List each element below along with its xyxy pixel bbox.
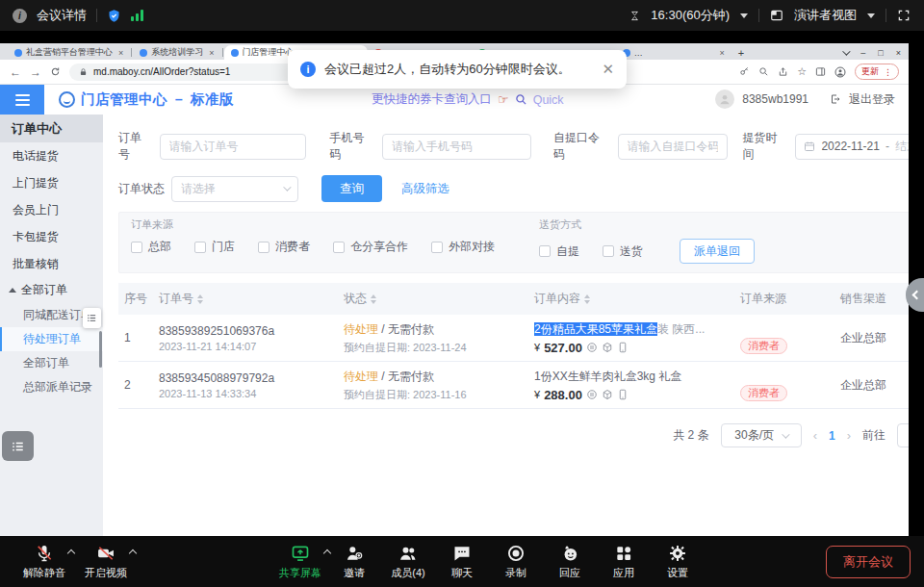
shield-security-icon[interactable] — [107, 9, 121, 23]
col-header-content[interactable]: 订单内容 — [528, 283, 734, 315]
checkbox-icon[interactable] — [333, 242, 345, 253]
user-avatar[interactable] — [715, 89, 734, 109]
coupon-query-link[interactable]: 更快捷的券卡查询入口 — [372, 91, 492, 108]
sidebar-item-pending-orders[interactable]: 待处理订单 — [0, 327, 103, 351]
share-icon[interactable] — [778, 66, 788, 77]
meeting-details-button[interactable]: 会议详情 — [37, 7, 87, 24]
checkbox-source-hq[interactable]: 总部 — [131, 239, 171, 255]
sort-icon[interactable] — [197, 294, 203, 304]
sidebar-scrollbar-thumb[interactable] — [99, 331, 102, 368]
next-page-button[interactable]: › — [847, 428, 851, 443]
sidebar-item-all-orders[interactable]: 全部订单 — [0, 351, 103, 375]
members-button[interactable]: 成员(4) — [381, 544, 435, 580]
sidebar-item-phone-pickup[interactable]: 电话提货 — [0, 142, 103, 169]
timer-caret-icon[interactable] — [740, 13, 748, 18]
fullscreen-icon[interactable] — [897, 9, 911, 22]
checkbox-source-external[interactable]: 外部对接 — [431, 239, 495, 255]
tab-close-icon[interactable]: × — [118, 48, 123, 58]
tab-close-icon[interactable]: × — [720, 48, 725, 58]
chevron-up-icon[interactable] — [67, 549, 75, 556]
window-close-button[interactable]: × — [896, 48, 901, 58]
logout-button[interactable]: 退出登录 — [849, 91, 895, 108]
checkbox-source-store[interactable]: 门店 — [194, 239, 235, 255]
browser-tab-2[interactable]: 系统培训学习 × — [133, 45, 220, 60]
toast-close-icon[interactable]: ✕ — [602, 61, 614, 78]
pickup-code-input[interactable] — [618, 134, 728, 160]
record-button[interactable]: 录制 — [489, 544, 543, 580]
sort-icon[interactable] — [371, 294, 376, 304]
view-mode-selector[interactable]: 演讲者视图 — [794, 7, 857, 24]
unmute-button[interactable]: 解除静音 — [17, 544, 71, 580]
window-minimize-button[interactable]: – — [860, 48, 865, 58]
invite-button[interactable]: 邀请 — [327, 544, 381, 580]
package-icon[interactable] — [602, 342, 613, 353]
chevron-up-icon[interactable] — [129, 549, 137, 556]
tab-search-icon[interactable] — [842, 47, 850, 55]
view-caret-icon[interactable] — [867, 13, 875, 18]
checkbox-source-consumer[interactable]: 消费者 — [258, 239, 310, 255]
pickup-date-range-input[interactable]: 2022-11-21 - 结束日期 — [795, 134, 909, 160]
start-video-button[interactable]: 开启视频 — [79, 544, 133, 580]
chrome-update-button[interactable]: 更新⋮ — [855, 64, 899, 80]
reload-icon[interactable] — [50, 66, 61, 77]
settings-button[interactable]: 设置 — [651, 544, 705, 580]
sidebar-item-card-pickup[interactable]: 卡包提货 — [0, 223, 103, 250]
sidebar-menu-handle[interactable] — [83, 308, 101, 328]
quick-search-icon[interactable] — [515, 93, 527, 106]
current-page[interactable]: 1 — [829, 429, 835, 443]
password-key-icon[interactable] — [739, 66, 750, 77]
leave-meeting-button[interactable]: 离开会议 — [826, 546, 911, 578]
checkbox-icon[interactable] — [194, 242, 206, 253]
package-icon[interactable] — [602, 389, 613, 400]
chat-button[interactable]: 聊天 — [435, 544, 489, 580]
new-tab-button[interactable]: + — [738, 47, 744, 59]
forward-icon[interactable]: → — [30, 66, 41, 78]
checkbox-self-pickup[interactable]: 自提 — [539, 243, 579, 260]
sidebar-item-member-visit[interactable]: 会员上门 — [0, 196, 103, 223]
back-icon[interactable]: ← — [10, 66, 21, 78]
sidebar-item-batch-verify[interactable]: 批量核销 — [0, 250, 103, 277]
prev-page-button[interactable]: ‹ — [813, 428, 817, 443]
order-status-select[interactable]: 请选择 — [171, 176, 298, 202]
share-screen-button[interactable]: 共享屏幕 — [273, 544, 327, 580]
page-size-select[interactable]: 30条/页 — [721, 423, 802, 447]
phone-input[interactable] — [382, 134, 531, 160]
checkbox-icon[interactable] — [431, 242, 443, 253]
checkbox-source-warehouse-share[interactable]: 仓分享合作 — [333, 239, 408, 255]
table-row[interactable]: 1 83859389251069376a 2023-11-21 14:14:07… — [118, 315, 909, 362]
phone-icon[interactable] — [617, 389, 629, 400]
sort-icon[interactable] — [584, 294, 590, 304]
browser-tab-6[interactable]: … × — [616, 45, 732, 60]
side-panel-icon[interactable] — [815, 66, 826, 77]
sidebar-group-all-orders[interactable]: 全部订单 — [0, 277, 103, 303]
col-header-status[interactable]: 状态 — [338, 283, 528, 315]
apps-button[interactable]: 应用 — [597, 544, 651, 580]
order-no-input[interactable] — [160, 134, 306, 160]
menu-hamburger-button[interactable] — [0, 85, 44, 115]
checkbox-icon[interactable] — [603, 245, 614, 257]
advanced-filter-link[interactable]: 高级筛选 — [401, 181, 449, 197]
search-button[interactable]: 查询 — [321, 175, 382, 202]
checkbox-delivery[interactable]: 送货 — [603, 243, 643, 260]
dispatch-return-button[interactable]: 派单退回 — [680, 239, 755, 264]
table-row[interactable]: 2 83859345088979792a 2023-11-13 14:33:34… — [118, 362, 909, 409]
coupon-icon[interactable] — [586, 389, 598, 400]
sidebar-item-hq-dispatch-records[interactable]: 总部派单记录 — [0, 375, 103, 399]
checkbox-icon[interactable] — [539, 245, 551, 257]
phone-icon[interactable] — [617, 342, 629, 353]
checkbox-icon[interactable] — [258, 242, 270, 253]
floating-list-button[interactable] — [2, 431, 34, 461]
menu-dots-icon[interactable]: ⋮ — [884, 67, 892, 77]
browser-tab-1[interactable]: 礼盒营销平台管理中心 × — [8, 45, 130, 60]
quick-label[interactable]: Quick — [533, 93, 564, 107]
bookmark-star-icon[interactable]: ☆ — [797, 65, 807, 78]
sidebar-item-door-pickup[interactable]: 上门提货 — [0, 169, 103, 196]
col-header-order-no[interactable]: 订单号 — [153, 283, 338, 315]
browser-profile-icon[interactable] — [834, 66, 846, 78]
goto-page-input[interactable] — [897, 423, 909, 447]
coupon-icon[interactable] — [586, 342, 598, 353]
zoom-icon[interactable] — [758, 66, 769, 77]
tab-close-icon[interactable]: × — [209, 48, 214, 58]
reactions-button[interactable]: 回应 — [543, 544, 597, 580]
checkbox-icon[interactable] — [131, 242, 142, 253]
